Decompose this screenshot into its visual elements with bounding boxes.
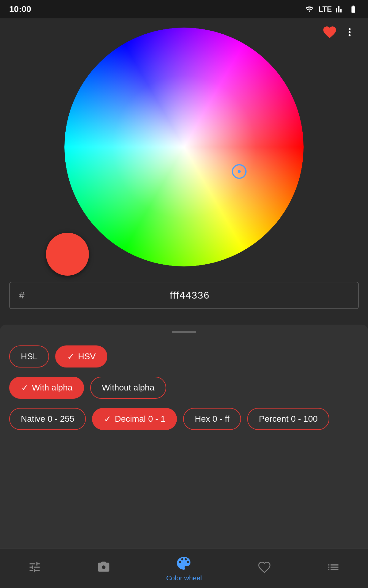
favorite-button[interactable]	[322, 24, 337, 41]
status-time: 10:00	[9, 4, 31, 14]
lte-icon: LTE	[318, 5, 332, 13]
favorites-icon	[258, 560, 271, 574]
decimal-toggle[interactable]: ✓ Decimal 0 - 1	[92, 408, 177, 430]
nav-camera[interactable]	[97, 560, 110, 576]
color-wheel[interactable]	[64, 28, 304, 266]
hsv-toggle[interactable]: ✓ HSV	[55, 345, 107, 368]
status-bar: 10:00 LTE	[0, 0, 368, 18]
svg-point-2	[64, 28, 304, 266]
drag-handle[interactable]	[172, 331, 196, 333]
battery-icon	[348, 5, 359, 13]
with-alpha-check-icon: ✓	[21, 384, 28, 391]
sliders-icon	[28, 560, 41, 574]
hsl-toggle[interactable]: HSL	[9, 345, 49, 368]
hex-toggle[interactable]: Hex 0 - ff	[183, 408, 241, 430]
color-wheel-wrapper[interactable]	[64, 28, 304, 266]
bottom-nav: Color wheel	[0, 548, 368, 588]
nav-sliders[interactable]	[28, 560, 41, 576]
color-preview-circle[interactable]	[46, 233, 89, 276]
nav-colorwheel[interactable]: Color wheel	[166, 555, 202, 582]
hex-label: Hex 0 - ff	[195, 414, 229, 424]
colorwheel-nav-icon	[175, 555, 193, 572]
decimal-label: Decimal 0 - 1	[115, 414, 165, 424]
alpha-row: ✓ With alpha Without alpha	[9, 377, 359, 399]
color-wheel-section	[0, 18, 368, 266]
percent-toggle[interactable]: Percent 0 - 100	[247, 408, 329, 430]
hex-input-section: #	[9, 282, 359, 309]
hex-input[interactable]	[31, 290, 349, 301]
more-menu-button[interactable]	[343, 24, 356, 41]
range-row: Native 0 - 255 ✓ Decimal 0 - 1 Hex 0 - f…	[9, 408, 359, 430]
camera-icon	[97, 560, 110, 574]
decimal-check-icon: ✓	[104, 415, 111, 423]
percent-label: Percent 0 - 100	[259, 414, 317, 424]
colorwheel-label: Color wheel	[166, 574, 202, 582]
nav-list[interactable]	[327, 560, 340, 576]
native-label: Native 0 - 255	[21, 414, 74, 424]
wheel-cursor-dot	[238, 170, 241, 173]
top-actions	[316, 18, 362, 47]
hsv-check-icon: ✓	[67, 353, 74, 360]
more-vertical-icon	[343, 24, 356, 40]
list-icon	[327, 560, 340, 574]
hex-hash-symbol: #	[19, 290, 25, 301]
color-model-row: HSL ✓ HSV	[9, 345, 359, 368]
hex-input-container: #	[9, 282, 359, 309]
with-alpha-toggle[interactable]: ✓ With alpha	[9, 377, 84, 399]
status-icons: LTE	[304, 5, 359, 13]
wifi-icon	[304, 5, 315, 13]
heart-icon	[322, 24, 337, 40]
hsv-label: HSV	[78, 352, 96, 361]
native-toggle[interactable]: Native 0 - 255	[9, 408, 86, 430]
nav-favorites[interactable]	[258, 560, 271, 576]
without-alpha-toggle[interactable]: Without alpha	[90, 377, 166, 399]
signal-icon	[335, 5, 344, 13]
without-alpha-label: Without alpha	[102, 383, 154, 393]
hsl-label: HSL	[21, 352, 37, 361]
with-alpha-label: With alpha	[32, 383, 72, 393]
